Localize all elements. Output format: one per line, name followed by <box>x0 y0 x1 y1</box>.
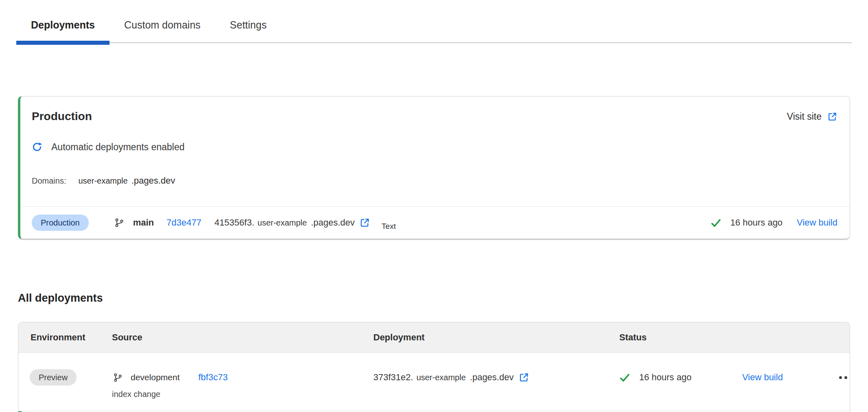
commit-message: index change <box>112 389 373 399</box>
deployment-url-link[interactable]: 373f31e2. user-example .pages.dev <box>373 372 529 383</box>
deployment-url-name: user-example <box>416 373 466 382</box>
deployment-url-link[interactable]: 415356f3. user-example .pages.dev <box>215 217 370 228</box>
deployment-url-prefix: 415356f3. <box>215 217 254 228</box>
domains-row: Domains: user-example.pages.dev <box>32 175 837 187</box>
deployment-note: Text <box>381 222 396 231</box>
pages-project-page: Deployments Custom domains Settings Prod… <box>0 12 868 412</box>
view-build-cell: View build <box>742 369 839 386</box>
check-icon <box>619 372 630 383</box>
tab-custom-domains[interactable]: Custom domains <box>110 12 215 42</box>
visit-site-link[interactable]: Visit site <box>787 111 837 122</box>
row-menu-cell <box>839 369 850 386</box>
view-build-link[interactable]: View build <box>797 217 837 228</box>
git-branch-icon <box>113 373 123 382</box>
environment-badge: Preview <box>30 369 77 386</box>
domain-name: user-example <box>78 176 127 185</box>
status-cell: 16 hours ago <box>619 369 742 386</box>
production-card: Production Visit site Automatic deployme… <box>18 96 850 239</box>
commit-link[interactable]: fbf3c73 <box>198 372 228 383</box>
external-link-icon <box>827 112 837 122</box>
production-card-header: Production Visit site <box>32 110 837 123</box>
domains-label: Domains: <box>32 175 66 186</box>
external-link-icon <box>359 217 370 228</box>
environment-badge: Production <box>32 215 89 231</box>
all-deployments-title: All deployments <box>18 291 868 305</box>
deployment-url-name: user-example <box>258 218 307 228</box>
deployment-table-row: Preview development fbf3c73 index change… <box>18 353 850 411</box>
tab-deployments[interactable]: Deployments <box>16 12 110 42</box>
deployment-url-suffix: .pages.dev <box>470 372 514 383</box>
deployment-url-prefix: 373f31e2. <box>373 372 413 383</box>
branch-name: development <box>131 373 180 382</box>
external-link-icon <box>519 372 529 383</box>
column-header-source: Source <box>112 332 373 343</box>
column-header-status: Status <box>619 332 742 343</box>
git-branch-icon <box>114 218 124 228</box>
deployment-time: 16 hours ago <box>730 217 783 228</box>
tab-settings[interactable]: Settings <box>215 12 281 42</box>
commit-link[interactable]: 7d3e477 <box>167 217 202 228</box>
production-card-title: Production <box>32 110 92 123</box>
deployments-table: Environment Source Deployment Status Pre… <box>18 322 850 412</box>
check-icon <box>710 217 721 228</box>
refresh-icon <box>32 142 42 152</box>
auto-deployments-status: Automatic deployments enabled <box>32 141 837 153</box>
branch-name: main <box>133 217 154 228</box>
production-card-top: Production Visit site Automatic deployme… <box>20 96 850 187</box>
deployment-cell: 373f31e2. user-example .pages.dev <box>373 369 619 386</box>
deployment-time: 16 hours ago <box>639 372 691 383</box>
deployment-status: 16 hours ago <box>710 217 783 228</box>
overflow-menu-icon[interactable] <box>839 369 850 386</box>
auto-deployments-text: Automatic deployments enabled <box>51 141 184 153</box>
production-deployment-row: Production main 7d3e477 415356f3. user-e… <box>20 207 850 239</box>
tab-bar: Deployments Custom domains Settings <box>16 12 852 43</box>
production-domain-link[interactable]: user-example.pages.dev <box>78 175 175 187</box>
source-cell: development fbf3c73 index change <box>112 369 373 399</box>
visit-site-label: Visit site <box>787 111 822 122</box>
environment-cell: Preview <box>18 369 112 386</box>
deployment-url-suffix: .pages.dev <box>311 217 355 228</box>
view-build-link[interactable]: View build <box>742 372 783 383</box>
column-header-deployment: Deployment <box>373 332 619 343</box>
column-header-environment: Environment <box>18 332 112 343</box>
table-header-row: Environment Source Deployment Status <box>18 322 850 353</box>
domain-suffix: .pages.dev <box>132 175 175 186</box>
